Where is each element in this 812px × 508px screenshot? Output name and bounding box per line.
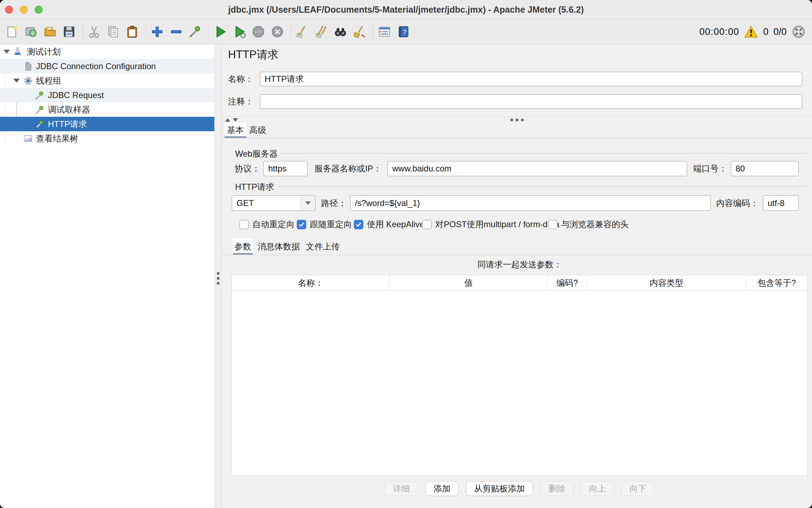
- open-templates-icon[interactable]: [24, 25, 38, 39]
- params-table-body[interactable]: [232, 291, 808, 476]
- editor-tab-bar: 基本 高级: [222, 122, 812, 138]
- shutdown-icon[interactable]: [270, 25, 284, 39]
- tree-item-jdbc-request[interactable]: JDBC Request: [0, 88, 214, 102]
- splitter-grip-icon[interactable]: [510, 119, 524, 121]
- cut-icon[interactable]: [87, 25, 101, 39]
- checkbox-icon[interactable]: [422, 220, 432, 229]
- start-no-pauses-icon[interactable]: [232, 25, 246, 39]
- collapse-up-icon[interactable]: [225, 118, 230, 122]
- tree-splitter[interactable]: [214, 44, 222, 508]
- test-plan-tree: 测试计划 JDBC Connection Configuration 线程组 J…: [0, 44, 214, 508]
- chevron-down-icon[interactable]: [13, 79, 20, 83]
- up-button[interactable]: 向上: [581, 481, 614, 496]
- clear-icon[interactable]: [295, 25, 309, 39]
- warning-count: 0: [763, 26, 768, 37]
- checkbox-checked-icon[interactable]: [354, 220, 363, 229]
- window-title: jdbc.jmx (/Users/LEAF/Documents/5-Materi…: [0, 0, 812, 19]
- tab-basic[interactable]: 基本: [224, 122, 246, 138]
- column-header-value[interactable]: 值: [390, 275, 548, 290]
- function-helper-icon[interactable]: [377, 25, 392, 39]
- checkbox-icon[interactable]: [548, 220, 558, 229]
- thread-group-gear-icon: [23, 76, 33, 86]
- splitter-grip-icon[interactable]: [217, 272, 220, 285]
- params-table-header: 名称： 值 编码? 内容类型 包含等于?: [232, 275, 808, 291]
- column-header-content-type[interactable]: 内容类型: [587, 275, 746, 290]
- tree-item-label: 线程组: [36, 73, 61, 88]
- protocol-label: 协议：: [235, 161, 260, 176]
- zoom-window-button[interactable]: [35, 6, 43, 14]
- web-server-legend: Web服务器: [232, 148, 281, 159]
- server-name-label: 服务器名称或IP：: [314, 161, 382, 176]
- collapse-down-icon[interactable]: [233, 118, 238, 122]
- params-button-row: 详细 添加 从剪贴板添加 删除 向上 向下: [232, 481, 808, 496]
- warning-icon[interactable]: [744, 25, 758, 39]
- server-name-input[interactable]: [387, 161, 687, 176]
- add-from-clipboard-button[interactable]: 从剪贴板添加: [466, 481, 533, 496]
- add-button[interactable]: 添加: [425, 481, 459, 496]
- svg-text:?: ?: [403, 28, 407, 36]
- tab-advanced[interactable]: 高级: [246, 122, 269, 138]
- method-select[interactable]: GET: [232, 195, 316, 211]
- toolbar-status: 00:00:00 0 0/0: [699, 25, 812, 39]
- search-icon[interactable]: [333, 25, 347, 39]
- comment-label: 注释：: [228, 94, 253, 109]
- tree-item-view-results-tree[interactable]: 查看结果树: [0, 131, 214, 146]
- tree-item-debug-sampler[interactable]: 调试取样器: [0, 102, 214, 117]
- tree-item-label: HTTP请求: [48, 117, 87, 131]
- content-encoding-input[interactable]: [763, 195, 799, 211]
- tab-underline: [224, 136, 246, 138]
- open-file-icon[interactable]: [43, 25, 57, 39]
- search-reset-icon[interactable]: [352, 25, 367, 39]
- checkbox-follow-auto-redirect[interactable]: 自动重定向: [239, 219, 295, 230]
- minimize-window-button[interactable]: [20, 6, 28, 14]
- checkbox-checked-icon[interactable]: [297, 220, 306, 229]
- chevron-down-icon[interactable]: [4, 50, 10, 54]
- column-header-encode[interactable]: 编码?: [548, 275, 587, 290]
- chevron-down-icon[interactable]: [301, 196, 315, 210]
- clear-all-icon[interactable]: [314, 25, 328, 39]
- http-request-group-border: [230, 186, 808, 187]
- copy-icon[interactable]: [106, 25, 120, 39]
- checkbox-use-keepalive[interactable]: 使用 KeepAlive: [354, 219, 424, 230]
- checkbox-multipart-post[interactable]: 对POST使用multipart / form-data: [422, 219, 559, 230]
- toolbar-separator: [291, 24, 291, 39]
- comment-input[interactable]: [260, 94, 802, 109]
- column-header-name[interactable]: 名称：: [232, 275, 390, 290]
- checkbox-follow-redirect[interactable]: 跟随重定向: [297, 219, 352, 230]
- paste-icon[interactable]: [125, 25, 139, 39]
- tab-files-upload[interactable]: 文件上传: [305, 238, 341, 255]
- column-header-include-equals[interactable]: 包含等于?: [746, 275, 807, 290]
- expand-all-icon[interactable]: [150, 25, 164, 39]
- tree-item-thread-group[interactable]: 线程组: [0, 73, 214, 88]
- path-label: 路径：: [321, 195, 346, 211]
- stop-icon[interactable]: STOP: [251, 25, 265, 39]
- toolbar-separator: [209, 24, 209, 39]
- tree-item-label: JDBC Connection Configuration: [36, 59, 156, 73]
- path-input[interactable]: [350, 195, 711, 211]
- page-title: HTTP请求: [228, 47, 278, 62]
- horizontal-splitter[interactable]: [222, 116, 812, 123]
- tree-item-test-plan[interactable]: 测试计划: [0, 44, 214, 59]
- down-button[interactable]: 向下: [621, 481, 654, 496]
- save-icon[interactable]: [62, 25, 76, 39]
- close-window-button[interactable]: [5, 6, 13, 14]
- checkbox-browser-compatible-headers[interactable]: 与浏览器兼容的头: [548, 219, 629, 230]
- tab-body-data[interactable]: 消息体数据: [257, 238, 300, 255]
- collapse-all-icon[interactable]: [169, 25, 183, 39]
- title-bar: jdbc.jmx (/Users/LEAF/Documents/5-Materi…: [0, 0, 812, 19]
- help-icon[interactable]: ?: [396, 25, 411, 39]
- tree-item-jdbc-connection-configuration[interactable]: JDBC Connection Configuration: [0, 59, 214, 73]
- toggle-elements-icon[interactable]: [188, 25, 202, 39]
- name-input[interactable]: [260, 72, 802, 86]
- checkbox-icon[interactable]: [239, 220, 249, 229]
- tab-parameters[interactable]: 参数: [233, 238, 253, 255]
- tree-item-label: 调试取样器: [48, 102, 90, 117]
- protocol-input[interactable]: [263, 161, 308, 176]
- detail-button[interactable]: 详细: [385, 481, 418, 496]
- tree-item-http-request[interactable]: HTTP请求: [0, 117, 214, 131]
- new-file-icon[interactable]: [5, 25, 19, 39]
- start-icon[interactable]: [213, 25, 227, 39]
- delete-button[interactable]: 删除: [540, 481, 573, 496]
- port-input[interactable]: [731, 161, 799, 176]
- test-plan-flask-icon: [13, 47, 23, 57]
